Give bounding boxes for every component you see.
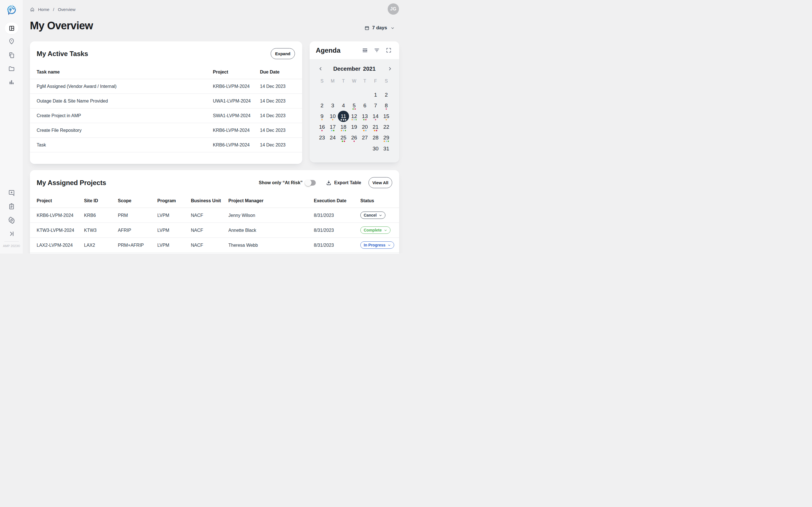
calendar-day-12[interactable]: 12 [349, 111, 359, 122]
calendar-day-27[interactable]: 27 [359, 132, 370, 143]
calendar-day-16[interactable]: 16 [317, 122, 327, 132]
chevron-down-icon [379, 214, 382, 217]
sidebar-item-feedback[interactable] [8, 189, 15, 196]
event-dot-white [341, 119, 342, 121]
execution-date-cell: 8/31/2023 [314, 208, 334, 223]
sidebar-item-copies[interactable] [8, 52, 15, 59]
calendar-day-empty [317, 143, 327, 154]
event-dots [381, 140, 392, 142]
calendar-day-19[interactable]: 19 [349, 122, 359, 132]
export-table-button[interactable]: Export Table [326, 180, 361, 186]
event-dots [327, 129, 338, 131]
weekday-label: M [327, 78, 338, 84]
event-dot-green [356, 119, 357, 121]
agenda-view-icon[interactable] [362, 47, 368, 53]
sidebar-item-locations[interactable] [8, 38, 15, 45]
breadcrumb-home[interactable]: Home [38, 7, 49, 12]
calendar-day-empty [338, 90, 349, 100]
sidebar-item-tasks[interactable] [8, 203, 15, 210]
calendar-day-1[interactable]: 1 [370, 90, 381, 100]
status-dropdown-progress[interactable]: In Progress [360, 241, 394, 249]
agenda-card: Agenda December 2021 SMTWTFS 12234567891… [310, 41, 399, 163]
calendar-day-7[interactable]: 7 [370, 100, 381, 111]
calendar-day-8[interactable]: 8 [381, 100, 392, 111]
calendar-day-15[interactable]: 15 [381, 111, 392, 122]
calendar-day-10[interactable]: 10 [327, 111, 338, 122]
calendar-day-22[interactable]: 22 [381, 122, 392, 132]
program-cell: LVPM [157, 208, 169, 223]
expand-button[interactable]: Expand [271, 48, 295, 59]
sidebar-item-projects-folder[interactable] [8, 65, 15, 72]
home-icon[interactable] [30, 7, 35, 12]
calendar-day-11[interactable]: 11 [338, 111, 349, 122]
weekday-label: F [370, 78, 381, 84]
avatar[interactable]: JG [388, 3, 399, 15]
task-row[interactable]: TaskKRB6-LVPM-202414 Dec 2023 [30, 138, 302, 152]
calendar-day-25[interactable]: 25 [338, 132, 349, 143]
calendar-day-24[interactable]: 24 [327, 132, 338, 143]
view-all-button[interactable]: View All [368, 177, 392, 188]
calendar-day-empty [349, 90, 359, 100]
calendar-day-28[interactable]: 28 [370, 132, 381, 143]
task-row[interactable]: Create File RepositoryKRB6-LVPM-202414 D… [30, 123, 302, 138]
calendar-day-3[interactable]: 3 [327, 100, 338, 111]
calendar-day-31[interactable]: 31 [381, 143, 392, 154]
event-dot-pink [376, 130, 377, 131]
calendar-day-18[interactable]: 18 [338, 122, 349, 132]
site-id-cell: KTW3 [84, 223, 96, 238]
date-range-dropdown[interactable]: 7 days [364, 24, 395, 32]
at-risk-toggle[interactable] [306, 180, 316, 186]
chevron-right-icon[interactable] [388, 66, 392, 71]
task-row[interactable]: PgM Assigned (Vendor Award / Internal)KR… [30, 79, 302, 94]
calendar-day-17[interactable]: 17 [327, 122, 338, 132]
status-dropdown-complete[interactable]: Complete [360, 226, 391, 234]
calendar-day-29[interactable]: 29 [381, 132, 392, 143]
event-dot-blue [365, 130, 366, 131]
status-dropdown-cancel[interactable]: Cancel [360, 212, 386, 219]
calendar-day-2[interactable]: 2 [317, 100, 327, 111]
location-pin-icon [8, 38, 15, 45]
sidebar-item-reports[interactable] [8, 79, 15, 86]
sidebar-item-settings[interactable] [8, 217, 15, 224]
task-row[interactable]: Create Project in AMPSWA1-LVPM-202414 De… [30, 108, 302, 123]
calendar-day-30[interactable]: 30 [370, 143, 381, 154]
calendar-day-21[interactable]: 21 [370, 122, 381, 132]
column-header-program: Program [157, 195, 176, 207]
calendar-day-9[interactable]: 9 [317, 111, 327, 122]
sidebar-item-collapse[interactable] [8, 230, 15, 237]
day-number: 27 [359, 135, 370, 141]
toggle-knob [305, 179, 312, 186]
day-number: 11 [338, 113, 349, 119]
calendar-day-2[interactable]: 2 [381, 90, 392, 100]
breadcrumb-current[interactable]: Overview [58, 7, 75, 12]
weekday-label: W [349, 78, 359, 84]
project-row[interactable]: LAX2-LVPM-2024LAX2PRM+AFRIPLVPMNACFThere… [30, 238, 399, 252]
column-header-project: Project [37, 195, 52, 207]
sidebar-item-dashboard-active[interactable] [5, 22, 18, 34]
day-number: 31 [381, 146, 392, 152]
project-manager-cell: Annette Black [229, 223, 256, 238]
calendar-day-20[interactable]: 20 [359, 122, 370, 132]
event-dot-orange [386, 119, 387, 121]
event-dot-orange [321, 119, 323, 121]
calendar-day-13[interactable]: 13 [359, 111, 370, 122]
task-row[interactable]: Outage Date & Site Name ProvidedUWA1-LVP… [30, 94, 302, 108]
calendar-day-6[interactable]: 6 [359, 100, 370, 111]
calendar-day-4[interactable]: 4 [338, 100, 349, 111]
calendar-day-23[interactable]: 23 [317, 132, 327, 143]
event-dot-white [345, 119, 346, 121]
day-number: 17 [327, 124, 338, 130]
calendar-day-empty [359, 90, 370, 100]
project-row[interactable]: KRB6-LVPM-2024KRB6PRMLVPMNACFJenny Wilso… [30, 208, 399, 223]
event-dot-orange [363, 130, 364, 131]
fullscreen-icon[interactable] [386, 47, 392, 53]
task-due-date-cell: 14 Dec 2023 [260, 123, 286, 138]
calendar-day-5[interactable]: 5 [349, 100, 359, 111]
project-row[interactable]: KTW3-LVPM-2024KTW3AFRIPLVPMNACFAnnette B… [30, 223, 399, 238]
task-due-date-cell: 14 Dec 2023 [260, 94, 286, 108]
calendar-day-14[interactable]: 14 [370, 111, 381, 122]
calendar-day-26[interactable]: 26 [349, 132, 359, 143]
scope-cell: AFRIP [118, 223, 131, 238]
calendar-day-empty [338, 143, 349, 154]
filter-icon[interactable] [374, 47, 380, 53]
